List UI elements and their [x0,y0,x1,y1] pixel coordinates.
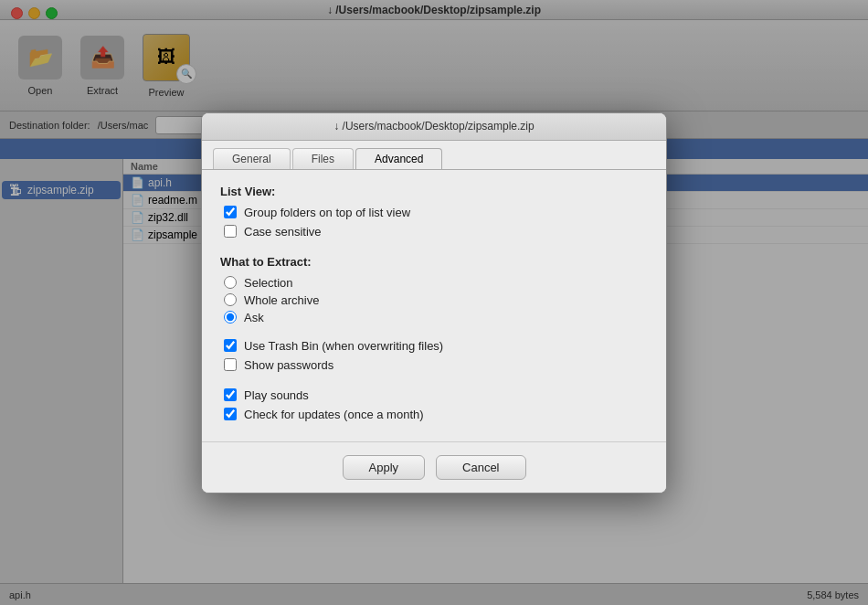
use-trash-label: Use Trash Bin (when overwriting files) [244,339,443,353]
case-sensitive-checkbox[interactable] [224,225,237,238]
radio-selection-label: Selection [244,276,292,290]
radio-ask[interactable] [224,311,237,324]
apply-button[interactable]: Apply [343,455,426,480]
radio-whole-label: Whole archive [244,293,319,307]
modal-overlay: ↓ /Users/macbook/Desktop/zipsample.zip G… [0,0,868,605]
modal-content: List View: Group folders on top of list … [202,170,666,441]
tab-general-label: General [232,153,271,165]
play-sounds-checkbox[interactable] [224,388,237,401]
use-trash-row: Use Trash Bin (when overwriting files) [220,339,648,353]
radio-whole-row: Whole archive [220,293,648,307]
show-passwords-checkbox[interactable] [224,358,237,371]
play-sounds-row: Play sounds [220,388,648,402]
radio-selection-row: Selection [220,276,648,290]
tab-files[interactable]: Files [292,148,354,169]
modal-title: ↓ /Users/macbook/Desktop/zipsample.zip [333,120,534,133]
radio-ask-label: Ask [244,311,264,324]
case-sensitive-label: Case sensitive [244,225,322,239]
group-folders-label: Group folders on top of list view [244,206,410,219]
group-folders-checkbox[interactable] [224,206,237,218]
list-view-section-title: List View: [220,185,648,198]
modal-dialog: ↓ /Users/macbook/Desktop/zipsample.zip G… [201,112,667,494]
show-passwords-label: Show passwords [244,358,333,372]
radio-selection[interactable] [224,276,237,289]
tab-files-label: Files [312,153,334,165]
tab-advanced-label: Advanced [375,153,423,165]
group-folders-row: Group folders on top of list view [220,206,648,219]
modal-footer: Apply Cancel [202,441,666,493]
play-sounds-label: Play sounds [244,388,309,402]
use-trash-checkbox[interactable] [224,339,237,352]
radio-whole-archive[interactable] [224,293,237,306]
tabs-container: General Files Advanced [202,141,666,170]
check-updates-label: Check for updates (once a month) [244,408,424,421]
cancel-button[interactable]: Cancel [436,455,525,480]
app-window: ↓ /Users/macbook/Desktop/zipsample.zip 📂… [0,0,868,605]
tab-general[interactable]: General [213,148,291,169]
radio-ask-row: Ask [220,311,648,324]
what-to-extract-title: What to Extract: [220,255,648,269]
check-updates-checkbox[interactable] [224,408,237,420]
case-sensitive-row: Case sensitive [220,225,648,239]
tab-advanced[interactable]: Advanced [355,148,442,169]
check-updates-row: Check for updates (once a month) [220,408,648,421]
show-passwords-row: Show passwords [220,358,648,372]
modal-title-bar: ↓ /Users/macbook/Desktop/zipsample.zip [202,113,666,141]
